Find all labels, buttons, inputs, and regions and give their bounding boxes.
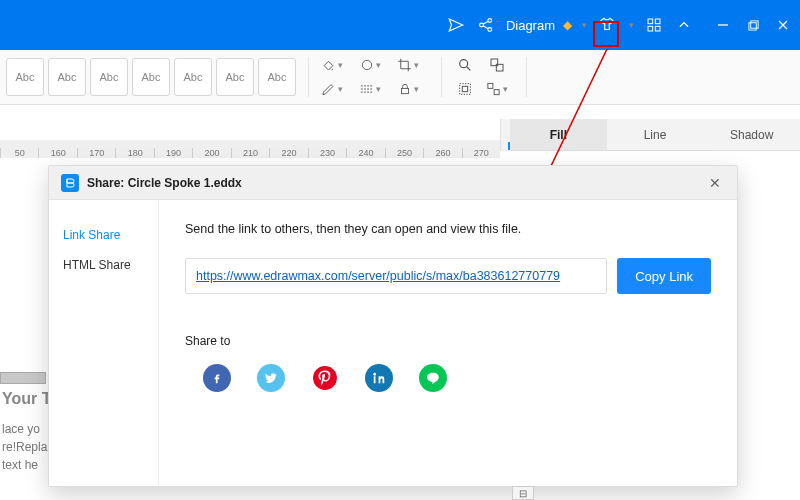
sidebar-item-htmlshare[interactable]: HTML Share (49, 250, 158, 280)
svg-point-0 (480, 23, 484, 27)
copy-link-button[interactable]: Copy Link (617, 258, 711, 294)
style-preset-button[interactable]: Abc (90, 58, 128, 96)
separator (441, 57, 442, 97)
ruler-tick: 190 (154, 148, 192, 158)
svg-rect-17 (460, 84, 471, 95)
diagram-label[interactable]: Diagram (504, 18, 557, 33)
linkedin-icon[interactable] (365, 364, 393, 392)
svg-rect-8 (748, 22, 755, 29)
pinterest-icon[interactable] (311, 364, 339, 392)
svg-rect-20 (494, 90, 499, 95)
replace-icon[interactable] (486, 54, 508, 76)
share-icon[interactable] (474, 13, 498, 37)
svg-rect-9 (750, 20, 757, 27)
separator (526, 57, 527, 97)
svg-rect-5 (648, 26, 653, 31)
maximize-button[interactable] (746, 18, 760, 32)
svg-rect-19 (488, 83, 493, 88)
ruler-tick: 230 (308, 148, 346, 158)
svg-point-2 (488, 28, 492, 32)
chevron-down-icon[interactable]: ▾ (580, 20, 589, 30)
diamond-icon: ◆ (563, 18, 572, 32)
dialog-title: Share: Circle Spoke 1.eddx (87, 176, 242, 190)
style-preset-button[interactable]: Abc (48, 58, 86, 96)
svg-rect-18 (462, 86, 467, 91)
search-icon[interactable] (454, 54, 476, 76)
ruler-tick: 270 (462, 148, 500, 158)
svg-rect-3 (648, 19, 653, 24)
share-description: Send the link to others, then they can o… (185, 222, 711, 236)
linestyle-icon[interactable]: ▾ (359, 78, 381, 100)
fill-bucket-icon[interactable]: ▾ (321, 54, 343, 76)
dialog-body: Link Share HTML Share Send the link to o… (49, 200, 737, 486)
ruler-tick: 180 (115, 148, 153, 158)
ruler: 50 160 170 180 190 200 210 220 230 240 2… (0, 140, 500, 158)
dialog-sidebar: Link Share HTML Share (49, 200, 159, 486)
social-row (185, 364, 711, 392)
ruler-tick: 50 (0, 148, 38, 158)
send-icon[interactable] (444, 13, 468, 37)
collapse-ribbon-icon[interactable] (672, 13, 696, 37)
ribbon: Abc Abc Abc Abc Abc Abc Abc ▾ ▾ ▾ ▾ ▾ ▾ … (0, 50, 800, 105)
twitter-icon[interactable] (257, 364, 285, 392)
svg-point-12 (362, 60, 371, 69)
ruler-tick: 260 (423, 148, 461, 158)
svg-point-22 (313, 366, 337, 390)
style-preset-button[interactable]: Abc (174, 58, 212, 96)
ruler-tick: 220 (269, 148, 307, 158)
titlebar: Diagram ◆ ▾ ▾ (0, 0, 800, 50)
share-url-field[interactable]: https://www.edrawmax.com/server/public/s… (185, 258, 607, 294)
close-dialog-button[interactable]: ✕ (705, 173, 725, 193)
close-button[interactable] (776, 18, 790, 32)
svg-point-1 (488, 19, 492, 23)
ruler-tick: 250 (385, 148, 423, 158)
svg-rect-13 (401, 88, 408, 93)
lock-icon[interactable]: ▾ (397, 78, 419, 100)
style-preset-button[interactable]: Abc (258, 58, 296, 96)
group-icon[interactable]: ▾ (486, 78, 508, 100)
ruler-tick: 210 (231, 148, 269, 158)
pen-icon[interactable]: ▾ (321, 78, 343, 100)
ruler-tick: 170 (77, 148, 115, 158)
app-logo-icon (61, 174, 79, 192)
window-controls (716, 18, 790, 32)
ruler-tick: 160 (38, 148, 76, 158)
crop-icon[interactable]: ▾ (397, 54, 419, 76)
separator (308, 57, 309, 97)
dialog-header: Share: Circle Spoke 1.eddx ✕ (49, 166, 737, 200)
tab-fill[interactable]: Fill (510, 119, 607, 151)
properties-tabs: Fill Line Shadow (510, 119, 800, 151)
facebook-icon[interactable] (203, 364, 231, 392)
minimize-button[interactable] (716, 18, 730, 32)
style-preset-button[interactable]: Abc (6, 58, 44, 96)
share-dialog: Share: Circle Spoke 1.eddx ✕ Link Share … (48, 165, 738, 487)
chevron-down-icon[interactable]: ▾ (627, 20, 636, 30)
tshirt-icon[interactable] (595, 13, 619, 37)
tab-shadow[interactable]: Shadow (703, 119, 800, 151)
apps-icon[interactable] (642, 13, 666, 37)
canvas-shape (0, 372, 46, 384)
format-tools-group: ▾ ▾ ▾ ▾ ▾ ▾ (321, 54, 429, 100)
style-preset-button[interactable]: Abc (216, 58, 254, 96)
svg-rect-6 (655, 26, 660, 31)
line-icon[interactable] (419, 364, 447, 392)
bottom-tool-icon[interactable]: ⊟ (512, 486, 534, 500)
share-to-label: Share to (185, 334, 711, 348)
link-row: https://www.edrawmax.com/server/public/s… (185, 258, 711, 294)
select-icon[interactable] (454, 78, 476, 100)
ruler-tick: 240 (346, 148, 384, 158)
style-preset-button[interactable]: Abc (132, 58, 170, 96)
ruler-tick: 200 (192, 148, 230, 158)
svg-point-14 (460, 60, 468, 68)
sidebar-item-linkshare[interactable]: Link Share (49, 220, 158, 250)
svg-rect-4 (655, 19, 660, 24)
dialog-main: Send the link to others, then they can o… (159, 200, 737, 486)
shape-icon[interactable]: ▾ (359, 54, 381, 76)
tab-line[interactable]: Line (607, 119, 704, 151)
